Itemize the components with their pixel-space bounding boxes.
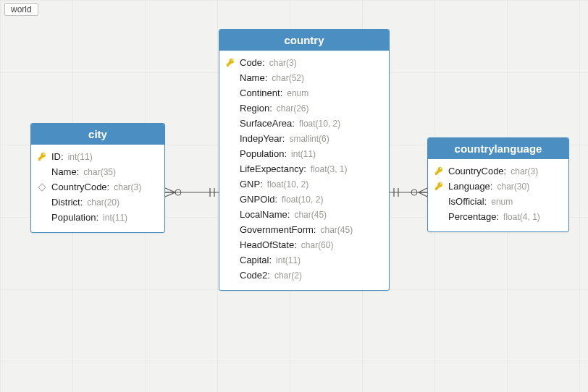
column-type: char(3) — [511, 166, 538, 176]
column-row[interactable]: GNP:float(10, 2) — [225, 176, 382, 192]
column-name: GNPOld: — [240, 194, 277, 205]
column-name: Name: — [240, 72, 267, 83]
column-row[interactable]: Code2:char(2) — [225, 268, 382, 283]
key-icon — [434, 166, 444, 176]
column-name: Name: — [51, 166, 79, 177]
column-name: ID: — [51, 151, 64, 162]
fk-icon — [37, 184, 47, 190]
column-row[interactable]: Capital:int(11) — [225, 252, 382, 268]
key-icon — [225, 58, 235, 67]
column-type: float(10, 2) — [267, 179, 308, 189]
column-name: CountryCode: — [448, 166, 506, 176]
column-row[interactable]: District:char(20) — [37, 195, 157, 210]
column-type: char(60) — [301, 240, 334, 250]
column-row[interactable]: LocalName:char(45) — [225, 207, 382, 222]
key-icon — [37, 152, 47, 161]
column-row[interactable]: Language:char(30) — [434, 179, 561, 194]
column-type: char(26) — [277, 103, 309, 114]
entity-city[interactable]: city ID:int(11)Name:char(35)CountryCode:… — [30, 123, 165, 233]
column-type: char(3) — [269, 58, 297, 68]
column-name: IsOfficial: — [448, 196, 487, 207]
column-row[interactable]: GovernmentForm:char(45) — [225, 222, 382, 237]
entity-countrylanguage-header: countrylanguage — [428, 138, 568, 159]
column-type: float(4, 1) — [503, 212, 540, 222]
key-icon — [434, 182, 444, 191]
column-row[interactable]: GNPOld:float(10, 2) — [225, 192, 382, 207]
column-row[interactable]: Name:char(52) — [225, 70, 382, 85]
column-name: Capital: — [240, 255, 272, 265]
column-row[interactable]: Population:int(11) — [37, 210, 157, 225]
column-name: Region: — [240, 103, 272, 114]
column-type: char(20) — [87, 197, 119, 208]
column-row[interactable]: HeadOfState:char(60) — [225, 237, 382, 252]
column-type: char(2) — [274, 270, 302, 281]
entity-countrylanguage[interactable]: countrylanguage CountryCode:char(3)Langu… — [427, 137, 569, 232]
column-name: Code2: — [240, 270, 270, 281]
column-row[interactable]: IndepYear:smallint(6) — [225, 131, 382, 146]
column-type: char(45) — [320, 225, 353, 235]
column-row[interactable]: Continent:enum — [225, 85, 382, 101]
column-type: char(3) — [114, 182, 141, 192]
column-name: Code: — [240, 57, 265, 68]
schema-tab[interactable]: world — [4, 3, 38, 16]
column-row[interactable]: Name:char(35) — [37, 164, 157, 179]
column-type: int(11) — [276, 255, 301, 265]
column-name: IndepYear: — [240, 133, 285, 144]
column-row[interactable]: Population:int(11) — [225, 146, 382, 161]
column-type: float(3, 1) — [311, 164, 348, 174]
entity-countrylanguage-body: CountryCode:char(3)Language:char(30)IsOf… — [428, 159, 568, 231]
column-row[interactable]: Code:char(3) — [225, 55, 382, 70]
column-type: enum — [287, 88, 308, 98]
column-type: smallint(6) — [289, 134, 329, 144]
column-name: District: — [51, 197, 83, 208]
column-row[interactable]: CountryCode:char(3) — [37, 179, 157, 195]
column-row[interactable]: Region:char(26) — [225, 101, 382, 116]
column-type: char(52) — [272, 73, 304, 83]
column-name: Population: — [240, 148, 287, 159]
column-name: Continent: — [240, 88, 282, 98]
column-name: LifeExpectancy: — [240, 163, 306, 174]
column-row[interactable]: ID:int(11) — [37, 149, 157, 164]
column-name: GovernmentForm: — [240, 224, 316, 235]
column-type: char(30) — [497, 182, 529, 192]
column-name: GNP: — [240, 179, 263, 189]
column-name: SurfaceArea: — [240, 118, 295, 129]
column-type: float(10, 2) — [299, 119, 340, 129]
column-type: float(10, 2) — [282, 195, 323, 205]
column-type: int(11) — [103, 213, 127, 223]
column-type: enum — [491, 197, 513, 207]
column-name: Percentage: — [448, 211, 499, 222]
column-type: int(11) — [291, 149, 316, 159]
column-type: int(11) — [68, 152, 93, 162]
column-row[interactable]: LifeExpectancy:float(3, 1) — [225, 161, 382, 176]
column-row[interactable]: Percentage:float(4, 1) — [434, 209, 561, 224]
column-name: Population: — [51, 212, 98, 223]
column-row[interactable]: CountryCode:char(3) — [434, 163, 561, 179]
column-name: HeadOfState: — [240, 239, 297, 250]
entity-country[interactable]: country Code:char(3)Name:char(52)Contine… — [219, 29, 390, 291]
schema-label: world — [11, 4, 32, 14]
entity-country-header: country — [219, 30, 389, 51]
column-type: char(35) — [83, 167, 116, 177]
column-row[interactable]: IsOfficial:enum — [434, 194, 561, 209]
entity-city-header: city — [31, 124, 164, 145]
column-row[interactable]: SurfaceArea:float(10, 2) — [225, 116, 382, 131]
entity-city-body: ID:int(11)Name:char(35)CountryCode:char(… — [31, 145, 164, 232]
entity-country-body: Code:char(3)Name:char(52)Continent:enumR… — [219, 51, 389, 290]
column-name: Language: — [448, 181, 492, 192]
column-type: char(45) — [294, 210, 327, 220]
column-name: CountryCode: — [51, 182, 109, 192]
column-name: LocalName: — [240, 209, 290, 220]
